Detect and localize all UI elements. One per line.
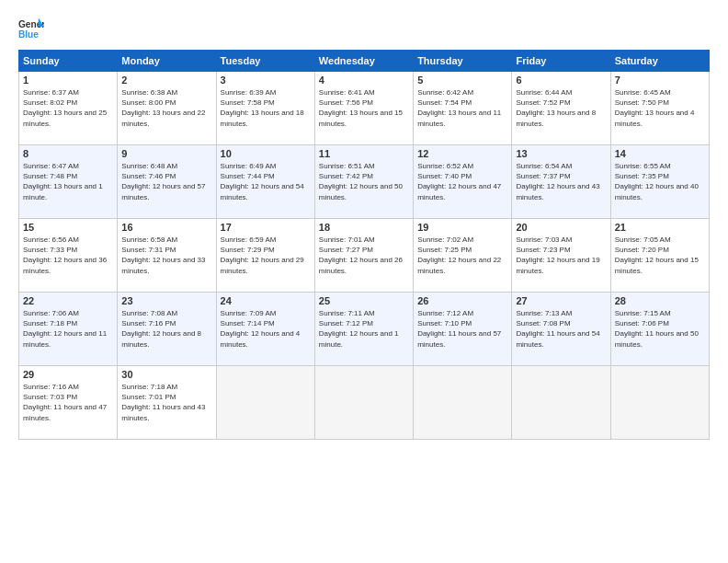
cell-info: Sunrise: 7:18 AMSunset: 7:01 PMDaylight:… bbox=[121, 383, 205, 422]
calendar-cell: 7Sunrise: 6:45 AMSunset: 7:50 PMDaylight… bbox=[610, 72, 709, 145]
day-number: 29 bbox=[23, 369, 113, 380]
header-row: SundayMondayTuesdayWednesdayThursdayFrid… bbox=[19, 51, 710, 72]
calendar-cell bbox=[512, 366, 610, 440]
logo-icon: General Blue bbox=[18, 17, 44, 42]
calendar-cell bbox=[610, 366, 709, 440]
calendar-cell: 30Sunrise: 7:18 AMSunset: 7:01 PMDayligh… bbox=[118, 366, 216, 440]
cell-info: Sunrise: 6:55 AMSunset: 7:35 PMDaylight:… bbox=[615, 162, 699, 201]
header-friday: Friday bbox=[512, 51, 610, 72]
cell-info: Sunrise: 7:13 AMSunset: 7:08 PMDaylight:… bbox=[516, 309, 599, 349]
cell-info: Sunrise: 7:01 AMSunset: 7:27 PMDaylight:… bbox=[319, 236, 403, 275]
cell-info: Sunrise: 6:48 AMSunset: 7:46 PMDaylight:… bbox=[121, 162, 205, 201]
calendar-cell bbox=[216, 366, 314, 440]
day-number: 19 bbox=[417, 222, 507, 233]
day-number: 11 bbox=[319, 148, 409, 159]
calendar-cell: 20Sunrise: 7:03 AMSunset: 7:23 PMDayligh… bbox=[512, 219, 610, 293]
calendar-cell: 25Sunrise: 7:11 AMSunset: 7:12 PMDayligh… bbox=[314, 293, 413, 366]
day-number: 16 bbox=[121, 222, 211, 233]
calendar-cell: 4Sunrise: 6:41 AMSunset: 7:56 PMDaylight… bbox=[314, 72, 413, 145]
cell-info: Sunrise: 6:37 AMSunset: 8:02 PMDaylight:… bbox=[23, 88, 107, 128]
header-saturday: Saturday bbox=[610, 51, 709, 72]
svg-text:Blue: Blue bbox=[18, 29, 39, 40]
header-thursday: Thursday bbox=[414, 51, 512, 72]
day-number: 28 bbox=[615, 295, 705, 306]
calendar-cell bbox=[314, 366, 413, 440]
calendar-week-2: 8Sunrise: 6:47 AMSunset: 7:48 PMDaylight… bbox=[19, 145, 710, 219]
calendar-cell: 19Sunrise: 7:02 AMSunset: 7:25 PMDayligh… bbox=[414, 219, 512, 293]
cell-info: Sunrise: 6:56 AMSunset: 7:33 PMDaylight:… bbox=[23, 236, 107, 275]
calendar-cell: 26Sunrise: 7:12 AMSunset: 7:10 PMDayligh… bbox=[414, 293, 512, 366]
day-number: 2 bbox=[121, 75, 211, 86]
calendar-cell: 9Sunrise: 6:48 AMSunset: 7:46 PMDaylight… bbox=[118, 145, 216, 219]
header-tuesday: Tuesday bbox=[216, 51, 314, 72]
day-number: 4 bbox=[319, 75, 409, 86]
day-number: 20 bbox=[516, 222, 606, 233]
cell-info: Sunrise: 6:44 AMSunset: 7:52 PMDaylight:… bbox=[516, 88, 596, 128]
calendar-cell: 3Sunrise: 6:39 AMSunset: 7:58 PMDaylight… bbox=[216, 72, 314, 145]
calendar-table: SundayMondayTuesdayWednesdayThursdayFrid… bbox=[18, 50, 710, 440]
day-number: 5 bbox=[417, 75, 507, 86]
cell-info: Sunrise: 6:58 AMSunset: 7:31 PMDaylight:… bbox=[121, 236, 205, 275]
calendar-cell: 5Sunrise: 6:42 AMSunset: 7:54 PMDaylight… bbox=[414, 72, 512, 145]
day-number: 12 bbox=[417, 148, 507, 159]
cell-info: Sunrise: 7:08 AMSunset: 7:16 PMDaylight:… bbox=[121, 309, 201, 349]
day-number: 23 bbox=[121, 295, 211, 306]
calendar-cell: 14Sunrise: 6:55 AMSunset: 7:35 PMDayligh… bbox=[610, 145, 709, 219]
cell-info: Sunrise: 6:41 AMSunset: 7:56 PMDaylight:… bbox=[319, 88, 403, 128]
cell-info: Sunrise: 7:15 AMSunset: 7:06 PMDaylight:… bbox=[615, 309, 699, 349]
cell-info: Sunrise: 7:11 AMSunset: 7:12 PMDaylight:… bbox=[319, 309, 399, 349]
calendar-cell: 18Sunrise: 7:01 AMSunset: 7:27 PMDayligh… bbox=[314, 219, 413, 293]
cell-info: Sunrise: 7:05 AMSunset: 7:20 PMDaylight:… bbox=[615, 236, 699, 275]
day-number: 14 bbox=[615, 148, 705, 159]
cell-info: Sunrise: 6:42 AMSunset: 7:54 PMDaylight:… bbox=[417, 88, 501, 128]
day-number: 10 bbox=[221, 148, 311, 159]
calendar-cell: 22Sunrise: 7:06 AMSunset: 7:18 PMDayligh… bbox=[19, 293, 118, 366]
calendar-week-5: 29Sunrise: 7:16 AMSunset: 7:03 PMDayligh… bbox=[19, 366, 710, 440]
cell-info: Sunrise: 6:45 AMSunset: 7:50 PMDaylight:… bbox=[615, 88, 695, 128]
calendar-cell: 29Sunrise: 7:16 AMSunset: 7:03 PMDayligh… bbox=[19, 366, 118, 440]
logo: General Blue bbox=[18, 17, 44, 42]
calendar-cell: 12Sunrise: 6:52 AMSunset: 7:40 PMDayligh… bbox=[414, 145, 512, 219]
calendar-week-1: 1Sunrise: 6:37 AMSunset: 8:02 PMDaylight… bbox=[19, 72, 710, 145]
cell-info: Sunrise: 6:38 AMSunset: 8:00 PMDaylight:… bbox=[121, 88, 205, 128]
calendar-cell: 8Sunrise: 6:47 AMSunset: 7:48 PMDaylight… bbox=[19, 145, 118, 219]
cell-info: Sunrise: 7:03 AMSunset: 7:23 PMDaylight:… bbox=[516, 236, 599, 275]
day-number: 25 bbox=[319, 295, 409, 306]
day-number: 26 bbox=[417, 295, 507, 306]
cell-info: Sunrise: 7:12 AMSunset: 7:10 PMDaylight:… bbox=[417, 309, 501, 349]
cell-info: Sunrise: 6:49 AMSunset: 7:44 PMDaylight:… bbox=[221, 162, 304, 201]
calendar-cell: 1Sunrise: 6:37 AMSunset: 8:02 PMDaylight… bbox=[19, 72, 118, 145]
cell-info: Sunrise: 6:54 AMSunset: 7:37 PMDaylight:… bbox=[516, 162, 599, 201]
day-number: 3 bbox=[221, 75, 311, 86]
calendar-cell: 16Sunrise: 6:58 AMSunset: 7:31 PMDayligh… bbox=[118, 219, 216, 293]
calendar-week-4: 22Sunrise: 7:06 AMSunset: 7:18 PMDayligh… bbox=[19, 293, 710, 366]
cell-info: Sunrise: 7:02 AMSunset: 7:25 PMDaylight:… bbox=[417, 236, 501, 275]
header-monday: Monday bbox=[118, 51, 216, 72]
day-number: 18 bbox=[319, 222, 409, 233]
page-header: General Blue bbox=[18, 17, 710, 42]
cell-info: Sunrise: 6:39 AMSunset: 7:58 PMDaylight:… bbox=[221, 88, 304, 128]
day-number: 17 bbox=[221, 222, 311, 233]
day-number: 13 bbox=[516, 148, 606, 159]
calendar-cell: 13Sunrise: 6:54 AMSunset: 7:37 PMDayligh… bbox=[512, 145, 610, 219]
cell-info: Sunrise: 7:06 AMSunset: 7:18 PMDaylight:… bbox=[23, 309, 107, 349]
calendar-cell: 23Sunrise: 7:08 AMSunset: 7:16 PMDayligh… bbox=[118, 293, 216, 366]
header-sunday: Sunday bbox=[19, 51, 118, 72]
calendar-cell: 10Sunrise: 6:49 AMSunset: 7:44 PMDayligh… bbox=[216, 145, 314, 219]
day-number: 1 bbox=[23, 75, 113, 86]
calendar-cell: 15Sunrise: 6:56 AMSunset: 7:33 PMDayligh… bbox=[19, 219, 118, 293]
cell-info: Sunrise: 6:47 AMSunset: 7:48 PMDaylight:… bbox=[23, 162, 103, 201]
cell-info: Sunrise: 7:09 AMSunset: 7:14 PMDaylight:… bbox=[221, 309, 301, 349]
day-number: 22 bbox=[23, 295, 113, 306]
calendar-cell: 6Sunrise: 6:44 AMSunset: 7:52 PMDaylight… bbox=[512, 72, 610, 145]
calendar-cell: 27Sunrise: 7:13 AMSunset: 7:08 PMDayligh… bbox=[512, 293, 610, 366]
header-wednesday: Wednesday bbox=[314, 51, 413, 72]
day-number: 7 bbox=[615, 75, 705, 86]
calendar-cell: 28Sunrise: 7:15 AMSunset: 7:06 PMDayligh… bbox=[610, 293, 709, 366]
calendar-cell bbox=[414, 366, 512, 440]
calendar-cell: 11Sunrise: 6:51 AMSunset: 7:42 PMDayligh… bbox=[314, 145, 413, 219]
cell-info: Sunrise: 7:16 AMSunset: 7:03 PMDaylight:… bbox=[23, 383, 107, 422]
calendar-cell: 2Sunrise: 6:38 AMSunset: 8:00 PMDaylight… bbox=[118, 72, 216, 145]
day-number: 9 bbox=[121, 148, 211, 159]
cell-info: Sunrise: 6:51 AMSunset: 7:42 PMDaylight:… bbox=[319, 162, 403, 201]
